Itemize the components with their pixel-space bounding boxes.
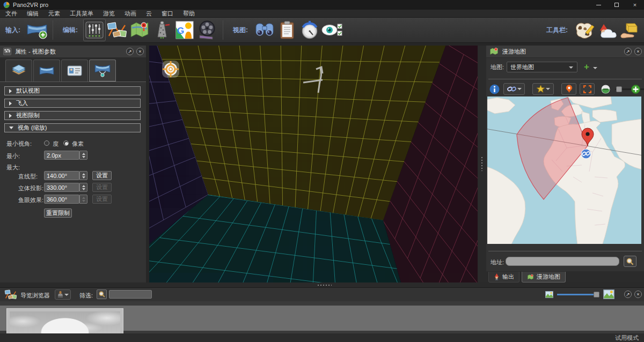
large-thumbnails-icon[interactable] (603, 289, 614, 299)
patches-tab-icon[interactable] (5, 60, 32, 81)
properties-panel: 属性 - 视图参数 ↗ × (0, 46, 146, 282)
fisheye-input[interactable] (44, 195, 79, 204)
filter-search-icon[interactable] (97, 289, 107, 299)
close-panel-icon[interactable]: × (634, 291, 642, 298)
add-panorama-icon[interactable] (26, 19, 48, 41)
tour-map-header: 漫游地图 ↗ × (486, 46, 644, 58)
preview-icon[interactable] (253, 19, 276, 41)
cloud-icon[interactable] (596, 19, 618, 42)
panorama-thumbnail[interactable] (6, 308, 123, 337)
min-fov-stepper[interactable] (79, 151, 87, 160)
link-button[interactable] (503, 83, 525, 95)
link-badge[interactable] (581, 149, 591, 159)
street-view-icon[interactable]: G (173, 19, 196, 41)
min-fov-label: 最小视角: (6, 140, 32, 148)
animation-icon[interactable] (196, 19, 218, 41)
zoom-in-icon[interactable] (631, 85, 640, 94)
time-icon[interactable] (298, 19, 321, 41)
address-search-button[interactable] (624, 256, 636, 267)
tour-browser-panel: 导览浏览器 筛选: (0, 287, 644, 301)
panorama-viewer[interactable] (149, 46, 478, 282)
filter-pins-button[interactable] (532, 83, 554, 95)
fit-map-button[interactable] (580, 83, 595, 95)
filter-input[interactable] (109, 290, 152, 299)
menu-window[interactable]: 窗口 (162, 10, 173, 18)
menu-elements[interactable]: 元素 (48, 10, 60, 18)
tour-browser-icon[interactable] (106, 19, 128, 41)
close-panel-icon[interactable]: × (136, 48, 144, 55)
app-logo-icon (3, 2, 10, 8)
float-panel-icon[interactable]: ↗ (624, 291, 632, 298)
rectilinear-stepper[interactable] (79, 171, 87, 180)
add-map-button[interactable]: + (584, 62, 598, 72)
menu-tour[interactable]: 游览 (103, 10, 115, 18)
north-target-icon[interactable] (162, 61, 179, 78)
tab-tour-map[interactable]: 漫游地图 (522, 272, 566, 282)
section-default-view[interactable]: 默认视图 (4, 86, 141, 95)
section-fov-zoom[interactable]: 视角 (缩放) (4, 123, 141, 132)
world-map[interactable] (487, 96, 641, 244)
skin-editor-icon[interactable] (573, 19, 596, 42)
thumbnail-size-slider[interactable] (557, 294, 600, 295)
statusbar: 试用模式 (0, 333, 644, 342)
toolbar-separator (223, 20, 223, 40)
close-icon[interactable]: × (626, 0, 644, 10)
user-data-tab-icon[interactable] (61, 60, 88, 81)
degree-radio[interactable] (44, 140, 49, 146)
chevron-down-icon (64, 294, 69, 296)
fisheye-stepper (79, 195, 87, 204)
viewing-parameters-tab-icon[interactable] (89, 60, 116, 81)
float-panel-icon[interactable]: ↗ (126, 48, 134, 55)
menu-help[interactable]: 帮助 (183, 10, 195, 18)
menu-animation[interactable]: 动画 (125, 10, 136, 18)
float-panel-icon[interactable]: ↗ (624, 48, 632, 55)
map-zoom-handle[interactable] (616, 86, 622, 92)
patch-icon[interactable] (151, 19, 173, 41)
chevron-right-icon (9, 114, 12, 118)
rectilinear-input[interactable] (44, 171, 79, 180)
reset-limits-button[interactable]: 重置限制 (44, 209, 72, 218)
visibility-icon[interactable] (321, 19, 343, 41)
degree-radio-label[interactable]: 度 (53, 140, 58, 148)
menu-file[interactable]: 文件 (5, 10, 17, 18)
close-panel-icon[interactable]: × (634, 48, 642, 55)
min-fov-input[interactable] (44, 151, 79, 160)
thumbnail-size-handle[interactable] (594, 292, 599, 298)
max-label: 最大: (6, 163, 20, 172)
small-thumbnails-icon[interactable] (545, 291, 553, 298)
section-view-limits[interactable]: 视图限制 (4, 111, 141, 120)
stereographic-input[interactable] (44, 183, 79, 192)
fisheye-label: 鱼眼效果: (18, 196, 43, 204)
maximize-icon[interactable] (608, 0, 626, 10)
tour-browser-filmstrip (0, 301, 644, 333)
rectilinear-set-button[interactable]: 设置 (92, 171, 112, 180)
view-group-label: 视图: (233, 26, 248, 35)
menu-edit[interactable]: 编辑 (27, 10, 39, 18)
menu-tools[interactable]: 工具菜单 (70, 10, 93, 18)
properties-icon[interactable] (83, 19, 106, 41)
info-icon[interactable] (489, 84, 500, 94)
set-pin-button[interactable] (561, 83, 576, 95)
properties-panel-icon (3, 48, 11, 55)
vertical-splitter[interactable] (478, 46, 486, 282)
section-fly-in[interactable]: 飞入 (4, 99, 141, 108)
stereographic-stepper[interactable] (79, 183, 87, 192)
listing-icon[interactable] (276, 19, 298, 41)
tab-output[interactable]: 输出 (488, 272, 519, 282)
horizontal-splitter[interactable] (0, 282, 644, 287)
stamp-tool-button[interactable] (55, 289, 71, 300)
pixel-radio[interactable] (63, 140, 69, 146)
address-input[interactable] (506, 257, 619, 266)
address-label: 地址: (491, 258, 504, 266)
tools-group-label: 工具栏: (546, 26, 568, 35)
minimize-icon[interactable] (589, 0, 608, 10)
tour-map-icon[interactable] (128, 19, 151, 41)
menu-cloud[interactable]: 云 (146, 10, 152, 18)
zoom-out-icon[interactable] (601, 85, 610, 94)
map-select[interactable]: 世界地图 (507, 62, 577, 72)
pixel-radio-label[interactable]: 像素 (72, 140, 84, 148)
filmstrip-row[interactable] (0, 306, 644, 331)
output-icon[interactable] (618, 19, 641, 42)
panorama-tab-icon[interactable] (33, 60, 60, 81)
properties-panel-title: 属性 - 视图参数 (15, 48, 56, 56)
